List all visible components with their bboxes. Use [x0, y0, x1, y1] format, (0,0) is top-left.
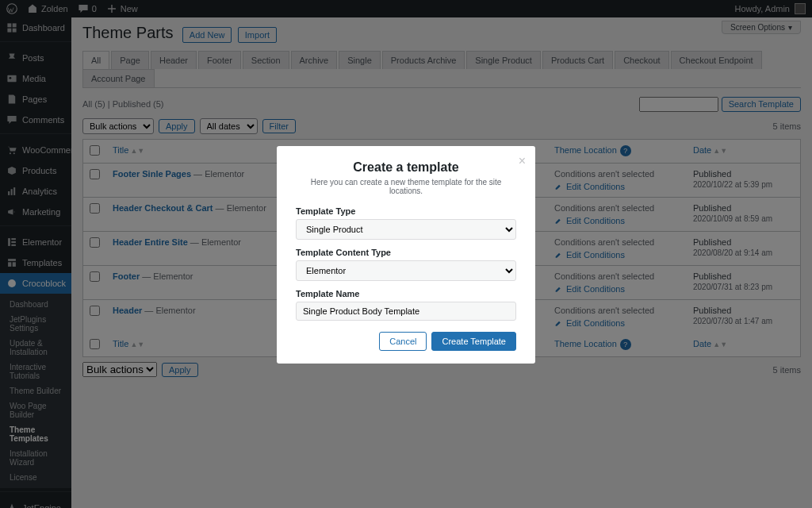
create-template-button[interactable]: Create Template	[431, 332, 516, 351]
template-name-label: Template Name	[296, 289, 516, 298]
template-content-label: Template Content Type	[296, 248, 516, 257]
modal-overlay[interactable]: × Create a template Here you can create …	[0, 0, 812, 508]
template-name-input[interactable]	[296, 302, 516, 321]
modal-subtitle: Here you can create a new theme template…	[296, 178, 516, 195]
create-template-modal: × Create a template Here you can create …	[277, 146, 535, 364]
template-content-select[interactable]: Elementor	[296, 260, 516, 281]
template-type-select[interactable]: Single Product	[296, 219, 516, 240]
modal-title: Create a template	[296, 160, 516, 175]
template-type-label: Template Type	[296, 206, 516, 216]
close-icon[interactable]: ×	[519, 154, 526, 168]
cancel-button[interactable]: Cancel	[379, 332, 427, 351]
